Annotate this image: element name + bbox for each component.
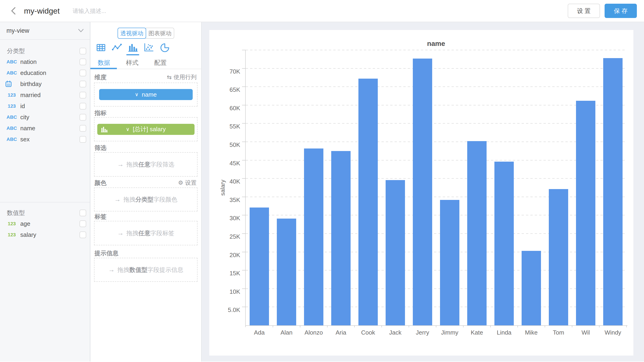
plot-area: AdaAlanAlonzoAriaCookJackJerryJimmyKateL… — [246, 50, 626, 325]
field-checkbox[interactable] — [80, 103, 86, 110]
field-sidebar: my-view 分类型ABCnationABCeducationbirthday… — [0, 22, 90, 362]
tab-data[interactable]: 数据 — [98, 58, 110, 68]
bar-Cook[interactable] — [358, 79, 378, 325]
dimension-pill[interactable]: ∨ name — [99, 89, 193, 100]
mode-tab-pivot[interactable]: 透视驱动 — [118, 28, 146, 39]
scatter-icon[interactable] — [143, 42, 154, 52]
settings-button[interactable]: 设 置 — [568, 4, 600, 18]
y-axis-tick-label: 35K — [197, 196, 240, 203]
abc-icon: ABC — [5, 114, 18, 120]
back-button[interactable] — [9, 6, 18, 16]
field-row-id[interactable]: 123id — [0, 100, 90, 112]
y-axis-tick-label: 25K — [197, 233, 240, 240]
x-axis-tick — [273, 325, 273, 328]
field-row-married[interactable]: 123married — [0, 90, 90, 100]
bar-Aria[interactable] — [331, 151, 351, 325]
field-row-sex[interactable]: ABCsex — [0, 134, 90, 145]
chart-title: name — [246, 40, 626, 48]
field-label: education — [20, 70, 46, 76]
metric-dropzone[interactable]: ∨ [总计] salary — [94, 117, 198, 141]
bar-cell — [436, 50, 463, 325]
y-axis-tick-label: 70K — [197, 68, 240, 75]
field-label: nation — [20, 58, 37, 66]
y-axis-tick-label: 45K — [197, 160, 240, 167]
field-checkbox[interactable] — [80, 220, 86, 227]
bar-cell — [327, 50, 354, 325]
field-row-nation[interactable]: ABCnation — [0, 56, 90, 67]
x-axis-tick — [409, 325, 409, 328]
field-row-city[interactable]: ABCcity — [0, 112, 90, 123]
x-axis-label: Ada — [246, 329, 273, 336]
drag-arrow-icon: → — [117, 161, 124, 168]
x-axis-label: Jack — [382, 329, 409, 336]
field-label: sex — [20, 136, 30, 143]
use-rows-cols-action[interactable]: ⇆ 使用行列 — [167, 73, 196, 81]
section-checkbox[interactable] — [80, 210, 86, 216]
number-icon: 123 — [5, 92, 18, 98]
field-row-age[interactable]: 123age — [0, 218, 90, 229]
x-axis-label: Kate — [463, 329, 490, 336]
table-icon[interactable] — [96, 42, 106, 52]
bar-Windy[interactable] — [603, 58, 623, 325]
bar-chart-icon[interactable] — [127, 42, 138, 52]
bar-Alonzo[interactable] — [304, 148, 324, 325]
field-checkbox[interactable] — [80, 81, 86, 88]
metric-pill[interactable]: ∨ [总计] salary — [97, 124, 194, 135]
bar-Alan[interactable] — [277, 218, 296, 325]
color-dropzone[interactable]: →拖拽分类型字段颜色 — [94, 188, 198, 212]
bar-Jimmy[interactable] — [440, 200, 460, 325]
label-dropzone[interactable]: →拖拽任意字段标签 — [94, 221, 198, 245]
pie-chart-icon[interactable] — [159, 42, 170, 52]
bar-Mike[interactable] — [522, 251, 541, 325]
field-row-birthday[interactable]: birthday — [0, 78, 90, 90]
color-settings-action[interactable]: ⚙ 设置 — [178, 179, 196, 186]
field-label: name — [20, 125, 35, 132]
tab-config[interactable]: 配置 — [154, 58, 167, 68]
tooltip-dropzone[interactable]: →拖拽数值型字段提示信息 — [94, 258, 198, 282]
y-axis-tick-label: 40K — [197, 178, 240, 185]
field-checkbox[interactable] — [80, 70, 86, 76]
drag-arrow-icon: → — [114, 196, 121, 203]
chevron-down-icon: ∨ — [135, 92, 138, 98]
save-button[interactable]: 保 存 — [604, 4, 637, 18]
label-section-label: 标签 — [94, 212, 106, 221]
bar-Kate[interactable] — [467, 141, 487, 325]
field-label: age — [20, 220, 30, 227]
bar-cell — [382, 50, 409, 325]
abc-icon: ABC — [5, 136, 18, 142]
field-row-salary[interactable]: 123salary — [0, 229, 90, 240]
y-axis-tick-label: 20K — [197, 252, 240, 258]
section-checkbox[interactable] — [80, 48, 86, 54]
field-checkbox[interactable] — [80, 114, 86, 120]
field-checkbox[interactable] — [80, 232, 86, 238]
widget-title: my-widget — [24, 6, 60, 16]
dimension-dropzone[interactable]: ∨ name — [94, 82, 198, 106]
description-input[interactable]: 请输入描述... — [72, 7, 106, 15]
field-checkbox[interactable] — [80, 92, 86, 98]
field-checkbox[interactable] — [80, 58, 86, 65]
bar-Jack[interactable] — [386, 180, 405, 325]
tab-style[interactable]: 样式 — [126, 58, 138, 68]
field-checkbox[interactable] — [80, 125, 86, 132]
bar-Linda[interactable] — [494, 162, 514, 325]
field-row-education[interactable]: ABCeducation — [0, 67, 90, 78]
field-checkbox[interactable] — [80, 136, 86, 143]
x-axis-label: Linda — [490, 329, 518, 336]
bar-Wil[interactable] — [576, 101, 596, 325]
number-icon: 123 — [5, 103, 18, 109]
filter-dropzone[interactable]: →拖拽任意字段筛选 — [94, 152, 198, 176]
x-axis-label: Jerry — [409, 329, 436, 336]
bar-Ada[interactable] — [250, 208, 269, 325]
x-axis-tick — [463, 325, 464, 328]
bar-Tom[interactable] — [549, 189, 568, 325]
chart-card: name AdaAlanAlonzoAriaCookJackJerryJimmy… — [209, 30, 634, 356]
mode-tab-chart[interactable]: 图表驱动 — [146, 28, 174, 39]
view-selector[interactable]: my-view — [0, 22, 90, 40]
x-axis-label: Wil — [572, 329, 599, 336]
x-axis-label: Mike — [518, 329, 545, 336]
line-chart-icon[interactable] — [111, 42, 122, 52]
x-axis-tick — [382, 325, 382, 328]
bar-Jerry[interactable] — [413, 58, 432, 325]
filter-section-label: 筛选 — [94, 144, 106, 152]
field-row-name[interactable]: ABCname — [0, 123, 90, 134]
